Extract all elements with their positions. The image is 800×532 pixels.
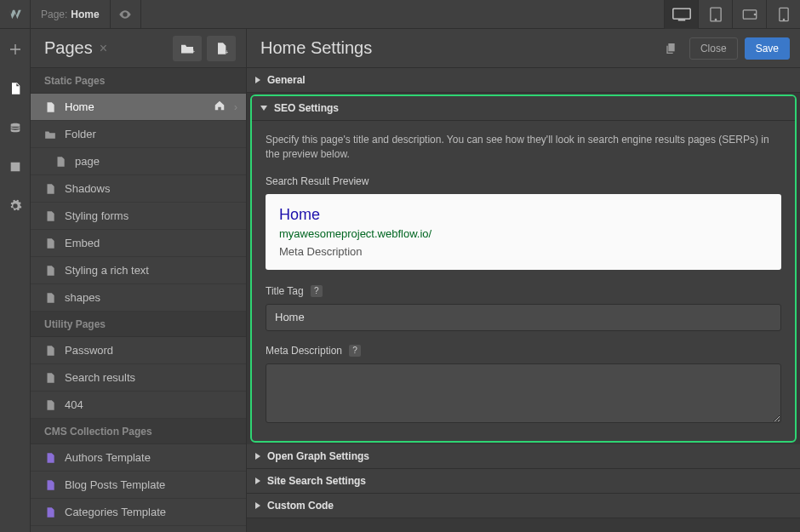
page-icon [44, 265, 56, 277]
page-row[interactable]: shapes [31, 284, 246, 312]
svg-point-3 [715, 19, 716, 20]
page-row-home[interactable]: Home › [31, 94, 246, 121]
page-row-folder[interactable]: Folder [31, 121, 246, 148]
page-row[interactable]: 404 [31, 392, 246, 419]
page-row-label: 404 [65, 398, 237, 411]
pages-panel-header: Pages × + + [31, 29, 246, 68]
home-icon [214, 100, 226, 114]
page-row-label: Home [65, 100, 205, 113]
section-label: Custom Code [267, 500, 334, 512]
section-label: SEO Settings [274, 102, 339, 114]
page-icon [54, 156, 66, 168]
disclosure-triangle-icon [255, 453, 260, 460]
section-label: Open Graph Settings [267, 450, 369, 462]
svg-text:+: + [191, 49, 195, 54]
cms-rail-button[interactable] [0, 114, 31, 141]
seo-description-text: Specify this page's title and descriptio… [266, 133, 781, 162]
serp-url: myawesomeproject.webflow.io/ [279, 227, 768, 240]
settings-panel-header: Home Settings Close Save [247, 29, 800, 68]
section-general[interactable]: General [247, 68, 800, 93]
page-icon [44, 210, 56, 222]
page-selector-value: Home [71, 9, 99, 20]
webflow-logo-icon[interactable] [0, 0, 31, 29]
title-tag-label: Title Tag [266, 285, 304, 297]
title-tag-input[interactable] [266, 304, 781, 331]
top-bar: Page: Home [0, 0, 800, 29]
page-row-label: Password [65, 344, 237, 357]
page-row[interactable]: Password [31, 337, 246, 364]
section-label: Site Search Settings [267, 475, 366, 487]
seo-body: Specify this page's title and descriptio… [252, 121, 795, 441]
device-desktop-button[interactable] [664, 0, 698, 29]
svg-point-5 [754, 14, 755, 14]
svg-point-7 [783, 19, 784, 20]
group-utility-pages: Utility Pages [31, 312, 246, 337]
page-icon [44, 372, 56, 384]
serp-preview: Home myawesomeproject.webflow.io/ Meta D… [266, 194, 781, 270]
page-row-label: Authors Template [65, 451, 237, 464]
page-icon [44, 345, 56, 357]
settings-panel-title: Home Settings [260, 38, 652, 58]
preview-button[interactable] [111, 0, 141, 29]
device-phone-landscape-button[interactable] [732, 0, 766, 29]
page-row-label: Styling a rich text [65, 264, 237, 277]
save-button[interactable]: Save [745, 37, 790, 60]
pages-list[interactable]: Static Pages Home › Folder page Shadows [31, 68, 246, 532]
page-icon [44, 101, 56, 113]
page-row[interactable]: Search results [31, 364, 246, 392]
section-seo[interactable]: SEO Settings [252, 96, 795, 121]
close-button[interactable]: Close [689, 37, 738, 60]
cms-page-icon [44, 452, 56, 464]
page-row[interactable]: page [31, 148, 246, 175]
page-row-cms[interactable]: Categories Template [31, 499, 246, 526]
close-button-label: Close [700, 43, 727, 54]
page-row-label: Blog Posts Template [65, 478, 237, 491]
page-icon [44, 237, 56, 249]
left-rail [0, 29, 31, 532]
page-row[interactable]: Embed [31, 230, 246, 257]
chevron-right-icon: › [234, 101, 237, 113]
page-row[interactable]: Styling forms [31, 203, 246, 230]
svg-rect-0 [672, 9, 689, 19]
pages-rail-button[interactable] [0, 75, 31, 102]
page-row-cms[interactable]: Blog Posts Template [31, 472, 246, 499]
page-row-cms[interactable]: Authors Template [31, 444, 246, 472]
cms-page-icon [44, 506, 56, 518]
page-row-label: Shadows [65, 182, 237, 195]
pages-panel: Pages × + + Static Pages Home › Folder [31, 29, 247, 532]
page-row[interactable]: Styling a rich text [31, 257, 246, 284]
assets-rail-button[interactable] [0, 153, 31, 180]
device-switcher [664, 0, 800, 29]
section-site-search[interactable]: Site Search Settings [247, 469, 800, 494]
help-icon[interactable]: ? [311, 285, 323, 297]
disclosure-triangle-icon [255, 478, 260, 484]
meta-description-textarea[interactable] [266, 363, 781, 423]
disclosure-triangle-icon [255, 77, 260, 83]
new-folder-button[interactable]: + [173, 36, 202, 61]
main-area: Pages × + + Static Pages Home › Folder [31, 29, 800, 532]
new-page-button[interactable]: + [207, 36, 236, 61]
page-selector[interactable]: Page: Home [31, 0, 111, 29]
pages-panel-close-icon[interactable]: × [100, 41, 107, 56]
pages-panel-title: Pages [44, 38, 93, 58]
settings-panel: Home Settings Close Save General SEO Set… [247, 29, 800, 532]
device-tablet-button[interactable] [698, 0, 732, 29]
settings-rail-button[interactable] [0, 192, 31, 220]
page-icon [44, 292, 56, 304]
page-row-label: Embed [65, 237, 237, 249]
disclosure-triangle-icon [260, 106, 267, 111]
disclosure-triangle-icon [255, 502, 260, 509]
help-icon[interactable]: ? [349, 345, 361, 357]
section-label: General [267, 74, 306, 86]
serp-meta: Meta Description [279, 245, 768, 258]
page-row[interactable]: Shadows [31, 175, 246, 203]
section-custom-code[interactable]: Custom Code [247, 494, 800, 518]
folder-icon [44, 129, 56, 140]
add-element-button[interactable] [0, 36, 31, 63]
section-open-graph[interactable]: Open Graph Settings [247, 444, 800, 469]
device-phone-portrait-button[interactable] [766, 0, 800, 29]
page-icon [44, 399, 56, 411]
duplicate-page-button[interactable] [659, 37, 683, 60]
page-row-label: shapes [65, 291, 237, 304]
cms-page-icon [44, 479, 56, 491]
